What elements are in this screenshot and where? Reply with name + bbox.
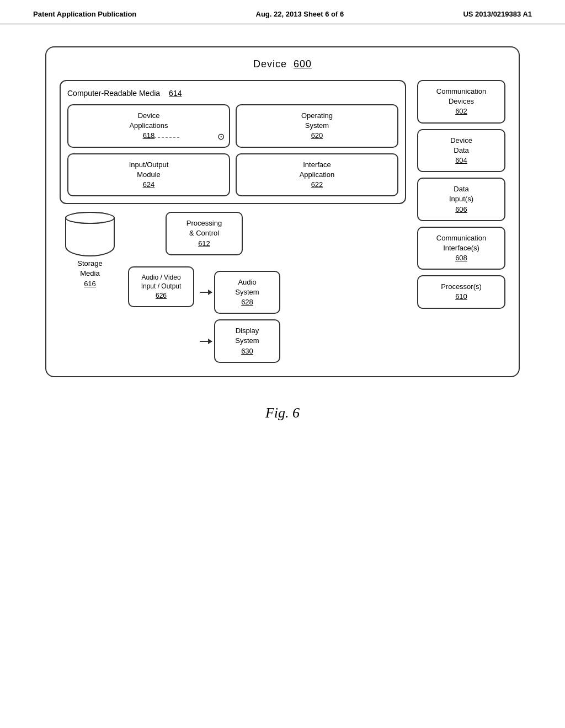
- audio-system-box: AudioSystem 628: [214, 271, 280, 314]
- page-header: Patent Application Publication Aug. 22, …: [0, 0, 565, 24]
- av-to-audio-connector: AudioSystem 628: [200, 271, 280, 314]
- device-applications-box: DeviceApplications 618 ⊙: [67, 104, 230, 148]
- processing-control-box: Processing& Control 612: [166, 212, 243, 255]
- storage-media-cylinder: StorageMedia616: [60, 212, 120, 289]
- operating-system-box: OperatingSystem 620: [236, 104, 398, 148]
- io-module-box: Input/OutputModule 624: [67, 153, 230, 197]
- header-right: US 2013/0219383 A1: [463, 10, 532, 18]
- device-inner: Computer-Readable Media 614 DeviceApplic…: [60, 80, 505, 363]
- bottom-section: StorageMedia616 Processing& Control 612: [60, 212, 406, 363]
- figure-caption: Fig. 6: [265, 405, 300, 421]
- crm-title: Computer-Readable Media 614: [67, 89, 398, 98]
- header-left: Patent Application Publication: [33, 10, 136, 18]
- crm-grid: DeviceApplications 618 ⊙ OperatingSystem…: [67, 104, 398, 196]
- gear-icon: ⊙: [217, 131, 225, 143]
- device-data-box: DeviceData 604: [417, 129, 505, 173]
- device-title: Device 600: [60, 58, 505, 70]
- storage-media-label: StorageMedia616: [77, 259, 103, 289]
- interface-application-box: InterfaceApplication 622: [236, 153, 398, 197]
- communication-devices-box: CommunicationDevices 602: [417, 80, 505, 124]
- processors-box: Processor(s) 610: [417, 275, 505, 308]
- right-column: CommunicationDevices 602 DeviceData 604 …: [417, 80, 505, 363]
- main-content: Device 600 Computer-Readable Media 614: [0, 24, 565, 443]
- left-column: Computer-Readable Media 614 DeviceApplic…: [60, 80, 406, 363]
- crm-box: Computer-Readable Media 614 DeviceApplic…: [60, 80, 406, 204]
- av-to-display-connector: DisplaySystem 630: [200, 319, 280, 363]
- header-middle: Aug. 22, 2013 Sheet 6 of 6: [256, 10, 344, 18]
- display-system-box: DisplaySystem 630: [214, 319, 280, 363]
- av-io-box: Audio / VideoInput / Output 626: [128, 266, 194, 307]
- device-box: Device 600 Computer-Readable Media 614: [45, 46, 520, 377]
- data-inputs-box: DataInput(s) 606: [417, 178, 505, 221]
- communication-interfaces-box: CommunicationInterface(s) 608: [417, 227, 505, 270]
- cylinder-top: [65, 212, 115, 224]
